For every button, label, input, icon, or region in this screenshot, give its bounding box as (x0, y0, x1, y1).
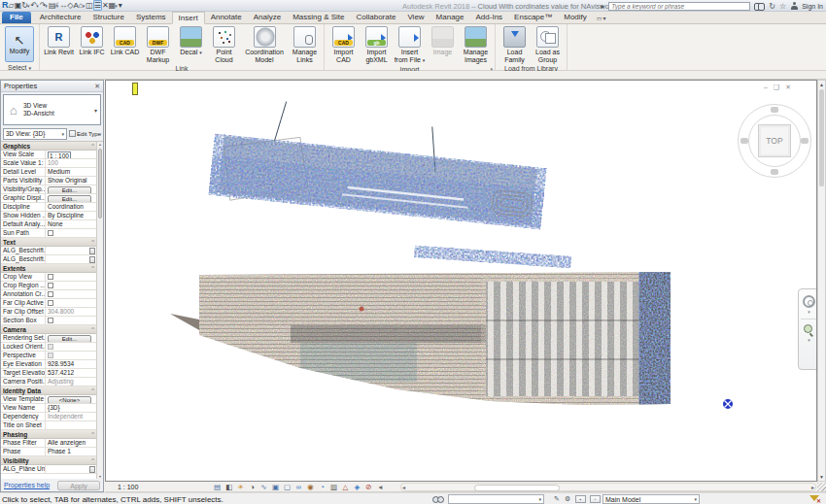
shadows-icon[interactable]: ◑ (247, 483, 258, 491)
edit-type-button[interactable]: Edit Type (69, 130, 101, 137)
checkbox[interactable] (48, 230, 53, 236)
ribbon-button-import-cad[interactable]: CAD Import CAD (327, 25, 360, 63)
design-option-select[interactable]: Main Model▾ (602, 494, 700, 504)
viewcube-west-marker[interactable] (740, 138, 748, 144)
reveal-constraints-icon[interactable]: ⊘ (363, 483, 374, 491)
section-camera[interactable]: Camera^ (1, 325, 96, 334)
scrollbar-thumb[interactable] (474, 485, 560, 491)
tab-enscape[interactable]: Enscape™ (508, 12, 558, 23)
worksets-status-icon[interactable] (432, 496, 444, 502)
tab-file[interactable]: File (2, 12, 31, 23)
steering-wheel-icon[interactable] (803, 295, 815, 308)
tab-annotate[interactable]: Annotate (205, 12, 248, 23)
property-value[interactable]: Show Original (48, 177, 86, 184)
close-view-icon[interactable]: ✕ (785, 84, 791, 90)
viewcube-top-face[interactable]: TOP (758, 124, 791, 157)
property-value[interactable]: Phase 1 (48, 448, 71, 454)
dropdown-icon[interactable]: ▾ (45, 3, 48, 9)
property-row-alg-pl-ne-un[interactable]: ALG_Pläne Un... (1, 465, 96, 474)
visual-style-icon[interactable]: ◧ (224, 483, 234, 491)
point-cloud-upper[interactable] (218, 95, 541, 231)
expand-view-control-bar-icon[interactable]: ◂ (375, 483, 386, 491)
ribbon-button-insert-from-file[interactable]: Insert from File ▾ (394, 25, 426, 64)
property-value[interactable]: Coordination (48, 203, 84, 210)
chevron-down-icon[interactable]: ▾ (91, 107, 100, 114)
browse-button[interactable] (89, 256, 95, 263)
property-row-show-hidden[interactable]: Show Hidden ...By Discipline (1, 212, 96, 220)
property-row-view-template[interactable]: View Template<None> (1, 395, 96, 404)
type-selector[interactable]: ⌂ 3D View 3D-Ansicht ▾ (3, 94, 101, 125)
favorites-star-icon[interactable]: ☆ (779, 2, 786, 11)
dropdown-icon[interactable]: ▾ (56, 3, 59, 9)
project-base-point-icon[interactable] (723, 399, 733, 409)
close-icon[interactable]: ✕ (94, 83, 100, 90)
edit-button[interactable]: <None> (48, 396, 91, 404)
section-identity-data[interactable]: Identity Data^ (1, 386, 96, 395)
section-text[interactable]: Text^ (1, 238, 96, 247)
section-extents[interactable]: Extents^ (1, 264, 96, 273)
property-row-eye-elevation[interactable]: Eye Elevation928.9534 (1, 360, 96, 369)
property-value[interactable]: Medium (48, 168, 70, 175)
active-workset-select[interactable]: ▾ (448, 494, 544, 504)
ribbon-button-coordination-model[interactable]: Coordination Model (241, 25, 288, 63)
property-row-annotation-cr[interactable]: Annotation Cr... (1, 290, 96, 299)
tab-analyze[interactable]: Analyze (248, 12, 287, 23)
properties-help-link[interactable]: Properties help (4, 482, 50, 488)
shade-toggle-icon[interactable]: ^ (91, 142, 94, 150)
scroll-down-icon[interactable]: ▼ (818, 473, 825, 481)
design-options-icon[interactable]: ▪ (575, 495, 586, 503)
property-value[interactable]: By Discipline (48, 212, 84, 218)
zoom-dropdown-icon[interactable]: ▾ (808, 338, 810, 343)
property-row-camera-positi[interactable]: Camera Positi...Adjusting (1, 378, 96, 386)
tab-modify[interactable]: Modify (558, 12, 593, 23)
viewcube[interactable]: TOP (738, 104, 811, 178)
property-value[interactable]: None (48, 220, 63, 227)
ribbon-button-dwf-markup[interactable]: DWF DWF Markup (142, 25, 174, 63)
tab-massing-site[interactable]: Massing & Site (287, 12, 350, 23)
property-value[interactable]: 537.4212 (48, 369, 74, 376)
section-icon[interactable]: ◫ (86, 1, 93, 10)
search-binoculars-icon[interactable] (754, 3, 765, 10)
shade-toggle-icon[interactable]: ^ (91, 264, 94, 272)
detail-level-icon[interactable]: ▤ (212, 483, 223, 491)
sign-in-label[interactable]: Sign In (802, 3, 823, 10)
ribbon-button-load-family[interactable]: Load Family (499, 25, 531, 63)
tab-collaborate[interactable]: Collaborate (350, 12, 401, 23)
property-row-sun-path[interactable]: Sun Path (1, 229, 96, 238)
section-phasing[interactable]: Phasing^ (1, 430, 96, 439)
point-cloud-lower[interactable] (170, 272, 671, 405)
property-row-phase[interactable]: PhasePhase 1 (1, 448, 96, 456)
point-cloud-canvas[interactable] (106, 81, 817, 482)
exclude-options-icon[interactable]: ▫ (590, 495, 601, 503)
tab-systems[interactable]: Systems (130, 12, 172, 23)
show-analytical-model-icon[interactable]: △ (340, 483, 351, 491)
properties-scrollbar[interactable]: ▴▾ (96, 142, 103, 479)
viewcube-south-marker[interactable] (771, 169, 778, 175)
edit-button[interactable]: Edit... (48, 195, 91, 203)
reveal-hidden-elements-icon[interactable]: ◉ (305, 483, 316, 491)
tab-view[interactable]: View (401, 12, 430, 23)
modify-button[interactable]: ↖ Modify (5, 26, 34, 62)
property-row-default-analy[interactable]: Default Analy...None (1, 220, 96, 229)
viewcube-north-marker[interactable] (771, 107, 778, 113)
shade-toggle-icon[interactable]: ^ (91, 456, 94, 464)
property-row-section-box[interactable]: Section Box (1, 317, 96, 325)
minimize-icon[interactable]: – (764, 84, 768, 90)
scroll-right-icon[interactable]: ▸ (811, 484, 814, 491)
shade-toggle-icon[interactable]: ^ (91, 430, 94, 438)
sun-path-icon[interactable]: ☀ (235, 483, 246, 491)
property-row-scale-value-1[interactable]: Scale Value 1:100 (1, 159, 96, 168)
ribbon-button-manage-images[interactable]: Manage Images (460, 25, 492, 63)
sketchy-lines-icon[interactable]: ∿ (258, 483, 269, 491)
dropdown-icon[interactable]: ▾ (83, 3, 86, 9)
point-cloud-sliver[interactable] (419, 247, 567, 268)
crop-view-icon[interactable]: ▣ (270, 483, 281, 491)
property-value[interactable]: 928.9534 (48, 360, 74, 367)
property-row-detail-level[interactable]: Detail LevelMedium (1, 168, 96, 177)
scroll-up-icon[interactable]: ▲ (818, 81, 825, 88)
shade-toggle-icon[interactable]: ^ (91, 325, 94, 333)
selected-element-marker[interactable] (132, 83, 138, 95)
checkbox[interactable] (48, 318, 53, 323)
subscription-icon[interactable]: ↻ (769, 2, 775, 11)
drawing-area[interactable]: – ❑ ✕ TOP ▾ ▾ (105, 80, 817, 482)
